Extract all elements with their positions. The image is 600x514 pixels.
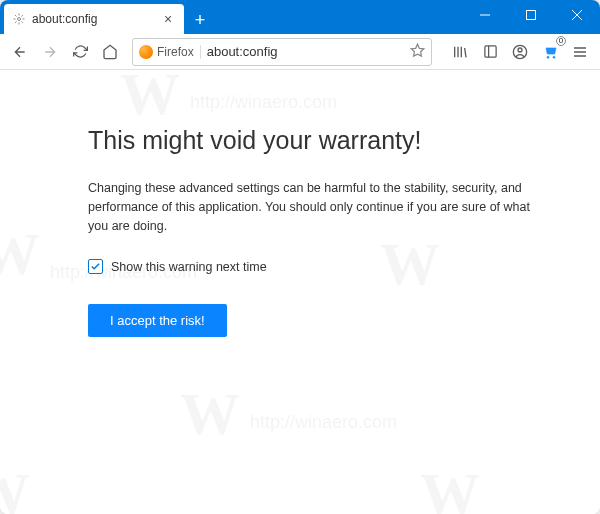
account-button[interactable] [506,38,534,66]
accept-risk-button[interactable]: I accept the risk! [88,304,227,337]
forward-button[interactable] [36,38,64,66]
url-text: about:config [207,44,410,59]
bookmark-star-icon[interactable] [410,43,425,61]
menu-button[interactable] [566,38,594,66]
checkbox-icon[interactable] [88,259,103,274]
svg-marker-5 [411,44,424,56]
svg-point-0 [18,18,21,21]
show-warning-checkbox-row[interactable]: Show this warning next time [88,259,540,274]
warning-body: Changing these advanced settings can be … [88,179,540,235]
back-button[interactable] [6,38,34,66]
page-content: W http://winaero.com W W http://winaero.… [0,70,600,514]
tab-strip: about:config × + [0,0,462,34]
plus-icon: + [195,10,206,31]
window-titlebar: about:config × + [0,0,600,34]
window-controls [462,0,600,30]
warning-title: This might void your warranty! [88,126,540,155]
window-minimize-button[interactable] [462,0,508,30]
svg-point-13 [518,48,522,52]
window-close-button[interactable] [554,0,600,30]
home-button[interactable] [96,38,124,66]
svg-point-15 [553,56,555,58]
svg-line-9 [465,48,466,57]
warning-panel: This might void your warranty! Changing … [0,70,600,337]
tab-close-icon[interactable]: × [160,11,176,27]
sidebar-button[interactable] [476,38,504,66]
reload-button[interactable] [66,38,94,66]
navigation-toolbar: Firefox about:config 0 [0,34,600,70]
tab-title: about:config [32,12,97,26]
tab-favicon [12,12,26,26]
svg-rect-10 [484,46,495,57]
identity-box[interactable]: Firefox [139,45,201,59]
browser-tab[interactable]: about:config × [4,4,184,34]
url-bar[interactable]: Firefox about:config [132,38,432,66]
new-tab-button[interactable]: + [186,6,214,34]
svg-point-14 [547,56,549,58]
library-button[interactable] [446,38,474,66]
toolbar-right: 0 [440,38,594,66]
extension-badge: 0 [556,36,566,46]
identity-label: Firefox [157,45,194,59]
window-maximize-button[interactable] [508,0,554,30]
extension-button[interactable]: 0 [536,38,564,66]
checkbox-label: Show this warning next time [111,260,267,274]
svg-rect-2 [527,11,536,20]
firefox-icon [139,45,153,59]
